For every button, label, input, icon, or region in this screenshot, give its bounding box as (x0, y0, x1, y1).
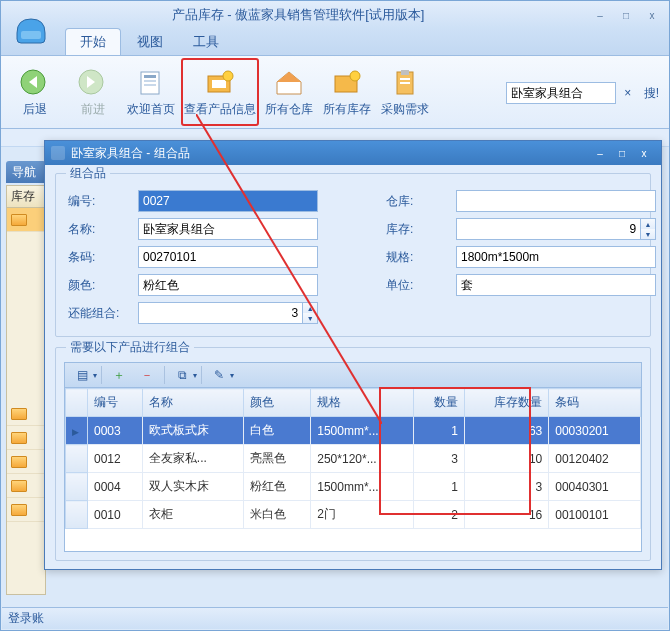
label-name: 名称: (68, 221, 130, 238)
color-input[interactable] (138, 274, 318, 296)
folder-icon (11, 214, 27, 226)
clipboard-icon (388, 67, 422, 97)
name-input[interactable] (138, 218, 318, 240)
folder-icon (11, 432, 27, 444)
home-button[interactable]: 欢迎首页 (123, 58, 179, 126)
home-icon (134, 67, 168, 97)
warehouse-input[interactable] (456, 190, 656, 212)
cancombo-input[interactable] (138, 302, 303, 324)
back-icon (18, 67, 52, 97)
ribbon-search: × 搜! (506, 60, 663, 126)
dialog-maximize-button[interactable]: □ (611, 146, 633, 160)
parts-group: 需要以下产品进行组合 ▤▾ ＋ － ⧉▾ ✎▾ 编号 名称 颜色 (55, 347, 651, 561)
label-barcode: 条码: (68, 249, 130, 266)
table-row[interactable]: 0010衣柜米白色2门21600100101 (66, 501, 641, 529)
spin-down-icon[interactable]: ▼ (303, 313, 317, 323)
col-color[interactable]: 颜色 (243, 389, 311, 417)
status-bar: 登录账 (2, 607, 668, 629)
toolbar-delete-icon[interactable]: － (134, 365, 160, 385)
dialog-icon (51, 146, 65, 160)
col-code[interactable]: 编号 (88, 389, 143, 417)
tab-start[interactable]: 开始 (65, 28, 121, 55)
toolbar-add-icon[interactable]: ＋ (106, 365, 132, 385)
nav-item[interactable] (7, 402, 45, 426)
search-go-button[interactable]: 搜! (640, 85, 663, 102)
grid-toolbar: ▤▾ ＋ － ⧉▾ ✎▾ (64, 362, 642, 388)
table-row[interactable]: ▶0003欧式板式床白色1500mm*...16300030201 (66, 417, 641, 445)
svg-rect-14 (400, 78, 410, 80)
stock-icon (330, 67, 364, 97)
svg-rect-13 (401, 70, 409, 75)
code-input[interactable] (138, 190, 318, 212)
nav-item[interactable] (7, 426, 45, 450)
all-stock-button[interactable]: 所有库存 (319, 58, 375, 126)
toolbar-edit-icon[interactable]: ✎ (206, 365, 232, 385)
svg-rect-0 (21, 31, 41, 39)
label-code: 编号: (68, 193, 130, 210)
purchase-req-button[interactable]: 采购需求 (377, 58, 433, 126)
all-warehouse-button[interactable]: 所有仓库 (261, 58, 317, 126)
ribbon: 后退 前进 欢迎首页 查看产品信息 所有仓库 所有库存 采购需求 × (1, 55, 669, 129)
label-spec: 规格: (386, 249, 448, 266)
label-color: 颜色: (68, 277, 130, 294)
table-row[interactable]: 0012全友家私...亮黑色250*120*...31000120402 (66, 445, 641, 473)
group-legend: 组合品 (66, 165, 110, 182)
dialog-close-button[interactable]: x (633, 146, 655, 160)
minimize-button[interactable]: – (589, 8, 611, 22)
spin-up-icon[interactable]: ▲ (303, 303, 317, 313)
label-unit: 单位: (386, 277, 448, 294)
svg-rect-4 (144, 75, 156, 78)
label-cancombo: 还能组合: (68, 305, 130, 322)
app-logo-icon (9, 5, 53, 49)
nav-item[interactable] (7, 450, 45, 474)
toolbar-select-icon[interactable]: ▤ (69, 365, 95, 385)
col-qty[interactable]: 数量 (413, 389, 464, 417)
search-input[interactable] (506, 82, 616, 104)
col-barcode[interactable]: 条码 (549, 389, 641, 417)
folder-icon (11, 480, 27, 492)
unit-input[interactable] (456, 274, 656, 296)
nav-item[interactable] (7, 208, 45, 232)
parts-grid[interactable]: 编号 名称 颜色 规格 数量 库存数量 条码 ▶0003欧式板式床白色1500m… (64, 388, 642, 552)
svg-point-11 (350, 71, 360, 81)
nav-header: 导航 (6, 161, 46, 183)
label-stock: 库存: (386, 221, 448, 238)
spin-down-icon[interactable]: ▼ (641, 229, 655, 239)
combo-dialog: 卧室家具组合 - 组合品 – □ x 组合品 编号: 仓库: 名称: 库存: ▲… (44, 140, 662, 570)
toolbar-copy-icon[interactable]: ⧉ (169, 365, 195, 385)
group-legend: 需要以下产品进行组合 (66, 339, 194, 356)
forward-icon (76, 67, 110, 97)
app-title: 产品库存 - 傲蓝家具销售管理软件[试用版本] (7, 6, 589, 24)
dialog-title: 卧室家具组合 - 组合品 (71, 145, 589, 162)
col-name[interactable]: 名称 (142, 389, 243, 417)
spec-input[interactable] (456, 246, 656, 268)
nav-panel: 库存 (6, 185, 46, 595)
forward-button[interactable]: 前进 (65, 58, 121, 126)
clear-search-button[interactable]: × (620, 86, 636, 100)
col-stock[interactable]: 库存数量 (465, 389, 549, 417)
nav-panel-header: 库存 (7, 186, 45, 208)
tab-tools[interactable]: 工具 (179, 29, 233, 55)
product-info-icon (203, 67, 237, 97)
tabs: 开始 视图 工具 (1, 29, 669, 55)
spin-up-icon[interactable]: ▲ (641, 219, 655, 229)
back-button[interactable]: 后退 (7, 58, 63, 126)
stock-input[interactable] (456, 218, 641, 240)
nav-item[interactable] (7, 498, 45, 522)
main-titlebar: 产品库存 - 傲蓝家具销售管理软件[试用版本] – □ x (1, 1, 669, 29)
product-info-button[interactable]: 查看产品信息 (181, 58, 259, 126)
dialog-minimize-button[interactable]: – (589, 146, 611, 160)
folder-icon (11, 408, 27, 420)
nav-item[interactable] (7, 474, 45, 498)
close-button[interactable]: x (641, 8, 663, 22)
col-spec[interactable]: 规格 (311, 389, 414, 417)
folder-icon (11, 504, 27, 516)
tab-view[interactable]: 视图 (123, 29, 177, 55)
barcode-input[interactable] (138, 246, 318, 268)
table-row[interactable]: 0004双人实木床粉红色1500mm*...1300040301 (66, 473, 641, 501)
maximize-button[interactable]: □ (615, 8, 637, 22)
warehouse-icon (272, 67, 306, 97)
svg-rect-8 (212, 80, 226, 88)
svg-rect-5 (144, 80, 156, 82)
dialog-titlebar: 卧室家具组合 - 组合品 – □ x (45, 141, 661, 165)
